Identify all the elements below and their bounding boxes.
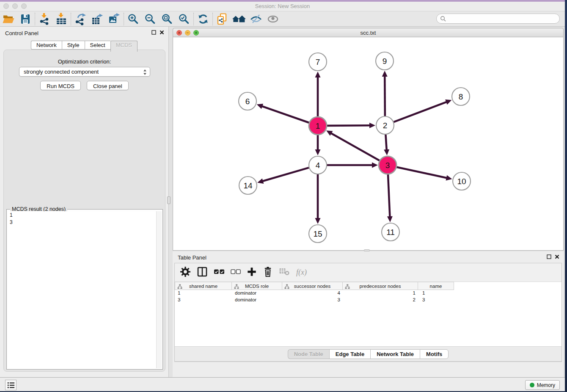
table-row[interactable]: 1 dominator 4 1 1 — [175, 290, 561, 297]
network-window-titlebar[interactable]: × − + scc.txt — [173, 28, 564, 37]
graph-arrowhead — [382, 71, 388, 77]
column-header-mcds-role[interactable]: MCDS role — [232, 282, 282, 290]
network-canvas[interactable]: 7968124314101511 — [173, 37, 564, 251]
mcds-result-text[interactable]: 1 3 — [8, 211, 156, 368]
search-field[interactable] — [436, 14, 560, 24]
graph-edge-1-6[interactable] — [261, 106, 309, 123]
gear-icon — [180, 266, 191, 277]
import-network-icon — [38, 13, 51, 25]
graph-edge-2-3[interactable] — [385, 135, 386, 151]
search-input[interactable] — [448, 16, 554, 22]
tab-node-table[interactable]: Node Table — [288, 349, 329, 359]
close-panel-icon[interactable] — [160, 30, 164, 35]
cell-predecessor-nodes[interactable]: 1 — [343, 290, 418, 297]
export-image-button[interactable] — [106, 12, 123, 26]
tab-mcds[interactable]: MCDS — [110, 41, 138, 52]
close-panel-button[interactable]: Close panel — [87, 81, 129, 90]
zoom-fit-icon — [161, 13, 173, 25]
open-folder-icon — [2, 13, 15, 25]
result-scrollbar[interactable] — [156, 211, 162, 368]
column-header-successor-nodes[interactable]: successor nodes — [282, 282, 343, 290]
import-network-button[interactable] — [36, 12, 53, 26]
graph-node-label: 3 — [385, 161, 390, 170]
close-table-panel-icon[interactable] — [555, 254, 559, 259]
import-table-button[interactable] — [53, 12, 70, 26]
graph-edge-2-8[interactable] — [394, 102, 448, 122]
graph-edge-3-11[interactable] — [388, 174, 390, 218]
table-settings-button[interactable] — [180, 266, 191, 279]
new-network-from-selection-button[interactable] — [214, 12, 231, 26]
cell-shared-name[interactable]: 3 — [175, 297, 232, 304]
graph-node-label: 2 — [383, 121, 388, 130]
task-history-button[interactable] — [5, 380, 17, 390]
table-row[interactable]: 3 dominator 3 2 3 — [175, 297, 561, 304]
export-network-button[interactable] — [72, 12, 89, 26]
function-builder-button[interactable]: f(x) — [296, 268, 307, 277]
cell-predecessor-nodes[interactable]: 2 — [343, 297, 418, 304]
hierarchy-icon — [234, 284, 239, 290]
toolbar-separator — [35, 13, 35, 25]
column-header-name[interactable]: name — [418, 282, 454, 290]
graph-edge-3-10[interactable] — [396, 167, 447, 178]
vertical-splitter-grip[interactable] — [167, 196, 171, 204]
cell-successor-nodes[interactable]: 3 — [282, 297, 343, 304]
zoom-selected-button[interactable] — [176, 12, 193, 26]
graph-edge-4-14[interactable] — [262, 168, 309, 181]
column-label: successor nodes — [294, 284, 330, 289]
column-header-predecessor-nodes[interactable]: predecessor nodes — [343, 282, 418, 290]
show-columns-button[interactable] — [197, 266, 208, 279]
save-session-button[interactable] — [17, 12, 34, 26]
zoom-out-button[interactable] — [142, 12, 159, 26]
memory-button[interactable]: Memory — [525, 380, 560, 390]
open-session-button[interactable] — [0, 12, 17, 26]
graph-arrowhead — [257, 178, 264, 183]
cell-name[interactable]: 1 — [418, 290, 454, 297]
tab-style[interactable]: Style — [62, 41, 85, 50]
tab-network-table[interactable]: Network Table — [370, 349, 420, 359]
tab-select[interactable]: Select — [85, 41, 110, 50]
first-neighbors-button[interactable] — [231, 12, 248, 26]
export-table-button[interactable] — [89, 12, 106, 26]
graph-node-label: 14 — [243, 181, 253, 190]
column-label: predecessor nodes — [360, 284, 401, 289]
delete-column-button[interactable] — [263, 266, 273, 279]
refresh-button[interactable] — [195, 12, 212, 26]
hierarchy-icon — [284, 284, 289, 290]
export-network-icon — [74, 13, 87, 25]
float-table-panel-icon[interactable] — [547, 254, 551, 259]
column-header-shared-name[interactable]: shared name — [175, 282, 232, 290]
unselect-all-columns-button[interactable] — [231, 269, 241, 276]
graph-edge-1-2[interactable] — [327, 125, 371, 126]
float-panel-icon[interactable] — [151, 30, 156, 35]
show-all-button[interactable] — [264, 12, 281, 26]
hide-selected-button[interactable] — [248, 12, 264, 26]
tab-edge-table[interactable]: Edge Table — [329, 349, 370, 359]
delete-table-button-disabled[interactable] — [279, 267, 290, 279]
tab-network[interactable]: Network — [31, 41, 62, 50]
cell-mcds-role[interactable]: dominator — [232, 290, 282, 297]
graph-edge-3-1[interactable] — [330, 133, 380, 161]
create-column-button[interactable] — [247, 267, 257, 279]
cell-mcds-role[interactable]: dominator — [232, 297, 282, 304]
delete-table-icon — [279, 267, 290, 277]
cell-successor-nodes[interactable]: 4 — [282, 290, 343, 297]
criterion-select[interactable]: strongly connected component — [19, 67, 150, 77]
zoom-fit-button[interactable] — [159, 12, 176, 26]
network-window-title: scc.txt — [173, 30, 563, 36]
cell-shared-name[interactable]: 1 — [175, 290, 232, 297]
import-table-icon — [55, 13, 68, 25]
graph-edge-2-9[interactable] — [385, 75, 385, 116]
desktop-edge — [565, 0, 567, 392]
toolbar-separator — [71, 13, 71, 25]
tab-motifs[interactable]: Motifs — [420, 349, 449, 359]
run-mcds-button[interactable]: Run MCDS — [40, 81, 81, 90]
zoom-in-icon — [127, 13, 140, 25]
table-panel-title: Table Panel — [178, 254, 206, 261]
select-all-columns-button[interactable] — [214, 269, 225, 276]
zoom-selected-icon — [178, 13, 190, 25]
cell-name[interactable]: 3 — [418, 297, 454, 304]
eye-icon — [267, 13, 279, 25]
export-table-icon — [91, 13, 104, 25]
main-region: Control Panel Network Style Select MCDS — [0, 27, 565, 377]
zoom-in-button[interactable] — [125, 12, 142, 26]
